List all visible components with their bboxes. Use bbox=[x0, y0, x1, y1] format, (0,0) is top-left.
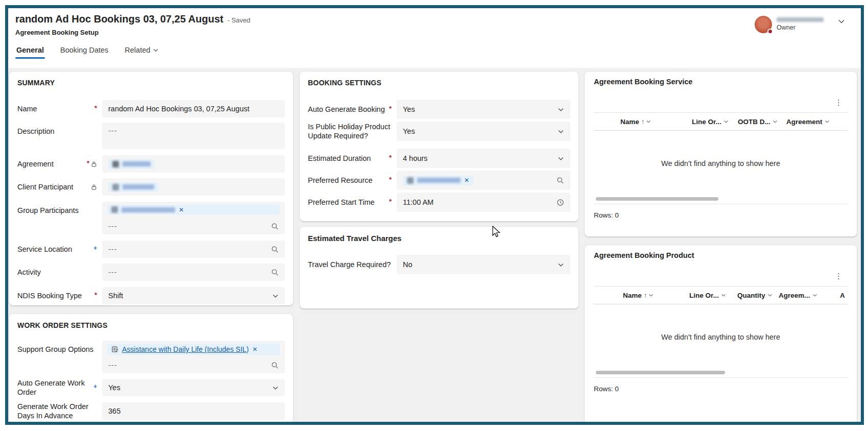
agreement-record-icon bbox=[112, 161, 119, 167]
horizontal-scrollbar[interactable] bbox=[594, 371, 848, 375]
generate-work-order-days-input[interactable]: 365 bbox=[102, 402, 285, 420]
preferred-resource-lookup[interactable]: ✕ bbox=[397, 171, 570, 190]
field-generate-work-order-days: Generate Work Order Days In Advance 365 bbox=[17, 402, 285, 420]
field-ndis-booking-type: NDIS Booking Type * Shift bbox=[17, 287, 285, 304]
column-header-agreement[interactable]: Agreement bbox=[786, 118, 848, 126]
required-icon: * bbox=[389, 105, 392, 112]
work-order-settings-section: WORK ORDER SETTINGS Support Group Option… bbox=[9, 314, 293, 425]
app-window: random Ad Hoc Bookings 03, 07,25 August … bbox=[0, 0, 868, 431]
booking-settings-title: BOOKING SETTINGS bbox=[308, 79, 570, 87]
service-location-lookup[interactable]: --- bbox=[102, 241, 285, 258]
field-public-holiday: Is Public Holiday Product Update Require… bbox=[308, 122, 570, 141]
travel-charges-title: Estimated Travel Charges bbox=[308, 234, 570, 243]
lock-icon bbox=[91, 161, 97, 167]
agreement-booking-product-subgrid: Agreement Booking Product ⋮ Name ↑ Line … bbox=[585, 245, 857, 425]
save-status: - Saved bbox=[227, 16, 250, 24]
support-group-pill[interactable]: Assistance with Daily Life (Includes SIL… bbox=[107, 344, 280, 355]
column-header-truncated[interactable]: A bbox=[840, 292, 848, 299]
rows-count: Rows: 0 bbox=[594, 385, 848, 393]
header-chevron-down-icon[interactable] bbox=[837, 17, 846, 26]
field-description: Description --- bbox=[17, 123, 285, 149]
activity-lookup[interactable]: --- bbox=[102, 264, 285, 281]
column-header-name[interactable]: Name ↑ bbox=[623, 292, 689, 299]
auto-generate-booking-select[interactable]: Yes bbox=[397, 100, 570, 119]
field-travel-charge-required: Travel Charge Required? No bbox=[308, 255, 570, 274]
recommended-icon: + bbox=[93, 245, 97, 251]
recommended-icon: + bbox=[93, 384, 97, 390]
column-header-ootb[interactable]: OOTB D... bbox=[738, 118, 786, 126]
preferred-start-time-input[interactable]: 11:00 AM bbox=[397, 193, 570, 212]
field-agreement: Agreement * bbox=[17, 155, 285, 173]
field-service-location: Service Location + --- bbox=[17, 241, 285, 258]
required-icon: * bbox=[94, 105, 97, 111]
scrollbar-thumb[interactable] bbox=[596, 371, 725, 374]
travel-charge-required-select[interactable]: No bbox=[397, 255, 570, 274]
travel-charges-section: Estimated Travel Charges Travel Charge R… bbox=[300, 227, 578, 308]
auto-generate-work-order-select[interactable]: Yes bbox=[102, 379, 285, 396]
description-input[interactable]: --- bbox=[102, 123, 285, 149]
tab-related[interactable]: Related bbox=[124, 44, 160, 59]
search-icon[interactable] bbox=[271, 223, 279, 230]
agreement-value-redacted[interactable] bbox=[108, 159, 155, 169]
owner-avatar[interactable] bbox=[755, 16, 772, 33]
remove-icon[interactable]: ✕ bbox=[179, 207, 184, 213]
search-icon[interactable] bbox=[557, 177, 564, 184]
field-auto-generate-work-order: Auto Generate Work Order + Yes bbox=[17, 378, 285, 397]
column-header-agreement[interactable]: Agreem... bbox=[779, 292, 840, 299]
column-header-line-order[interactable]: Line Or... bbox=[692, 118, 738, 126]
field-auto-generate-booking: Auto Generate Booking * Yes bbox=[308, 100, 570, 119]
field-group-participants: Group Participants ✕ --- bbox=[17, 202, 285, 234]
column-header-line-order[interactable]: Line Or... bbox=[689, 292, 737, 299]
preferred-resource-pill[interactable]: ✕ bbox=[403, 176, 473, 185]
sort-ascending-icon: ↑ bbox=[641, 118, 645, 126]
search-icon[interactable] bbox=[271, 269, 279, 276]
scrollbar-thumb[interactable] bbox=[596, 197, 718, 201]
field-preferred-start-time: Preferred Start Time * 11:00 AM bbox=[308, 193, 570, 212]
rows-count: Rows: 0 bbox=[594, 211, 848, 219]
chevron-down-icon bbox=[153, 47, 159, 53]
notes-icon bbox=[111, 346, 118, 353]
field-activity: Activity --- bbox=[17, 264, 285, 281]
summary-section-title: SUMMARY bbox=[17, 79, 285, 87]
empty-grid-message: We didn't find anything to show here bbox=[661, 159, 780, 167]
chevron-down-icon bbox=[272, 293, 279, 299]
chevron-down-icon bbox=[558, 261, 564, 268]
estimated-duration-select[interactable]: 4 hours bbox=[397, 149, 570, 168]
owner-name-redacted bbox=[777, 17, 824, 22]
client-participant-lookup[interactable] bbox=[102, 178, 285, 196]
window-frame: random Ad Hoc Bookings 03, 07,25 August … bbox=[5, 5, 864, 425]
search-icon[interactable] bbox=[271, 246, 279, 253]
ndis-booking-type-select[interactable]: Shift bbox=[102, 287, 285, 304]
horizontal-scrollbar[interactable] bbox=[594, 197, 848, 201]
search-icon[interactable] bbox=[271, 362, 279, 369]
form-tabs: General Booking Dates Related bbox=[15, 44, 160, 59]
public-holiday-select[interactable]: Yes bbox=[397, 122, 570, 141]
tab-general[interactable]: General bbox=[15, 44, 45, 59]
required-icon: * bbox=[389, 154, 392, 161]
more-options-icon[interactable]: ⋮ bbox=[832, 271, 846, 281]
remove-icon[interactable]: ✕ bbox=[464, 177, 469, 183]
sort-ascending-icon: ↑ bbox=[644, 292, 647, 299]
empty-grid-message: We didn't find anything to show here bbox=[661, 333, 780, 341]
clock-icon[interactable] bbox=[557, 199, 564, 206]
remove-icon[interactable]: ✕ bbox=[252, 346, 257, 352]
owner-widget[interactable]: Owner bbox=[755, 16, 824, 33]
support-group-options-lookup[interactable]: Assistance with Daily Life (Includes SIL… bbox=[102, 341, 285, 373]
more-options-icon[interactable]: ⋮ bbox=[832, 98, 846, 107]
support-group-link[interactable]: Assistance with Daily Life (Includes SIL… bbox=[122, 345, 249, 353]
product-grid-header: Name ↑ Line Or... Quantity Agreem... A bbox=[594, 286, 848, 304]
chevron-down-icon bbox=[558, 155, 564, 162]
contact-icon bbox=[112, 184, 119, 190]
divider bbox=[594, 204, 848, 204]
chevron-down-icon bbox=[558, 128, 564, 135]
service-subgrid-title: Agreement Booking Service bbox=[594, 78, 848, 86]
client-participant-value-redacted[interactable] bbox=[108, 182, 158, 192]
column-header-quantity[interactable]: Quantity bbox=[737, 292, 779, 299]
group-participants-lookup[interactable]: ✕ --- bbox=[102, 202, 285, 234]
tab-booking-dates[interactable]: Booking Dates bbox=[59, 44, 109, 59]
name-input[interactable]: random Ad Hoc Bookings 03, 07,25 August bbox=[102, 100, 285, 117]
agreement-lookup[interactable] bbox=[102, 155, 285, 173]
group-participant-pill[interactable]: ✕ bbox=[107, 205, 280, 214]
required-icon: * bbox=[94, 292, 97, 298]
column-header-name[interactable]: Name ↑ bbox=[620, 118, 692, 126]
